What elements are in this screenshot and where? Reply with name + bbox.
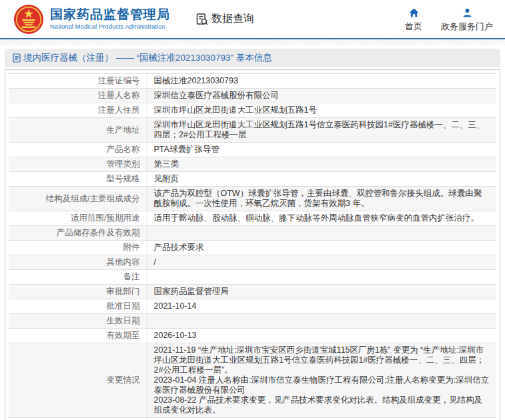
org-name-zh: 国家药品监督管理局 xyxy=(50,7,170,22)
nav-label-home: 首页 xyxy=(405,21,422,33)
field-value: 2026-10-13 xyxy=(147,329,496,343)
field-value: 见附页 xyxy=(147,172,496,187)
data-query-tab[interactable]: 数据查询 xyxy=(195,12,254,26)
field-label: 产品储存条件及有效期 xyxy=(9,226,147,241)
breadcrumb-text[interactable]: 境内医疗器械（注册） —— “国械注准20213030793” 基本信息 xyxy=(23,52,272,64)
table-row: 备注 xyxy=(9,270,496,285)
table-row: 审批部门 国家药品监督管理局 xyxy=(9,285,496,299)
field-label: 结构及组成/主要组成成分 xyxy=(9,187,147,211)
document-icon xyxy=(13,53,21,63)
table-row: 附件 产品技术要求 xyxy=(9,241,496,255)
data-query-label: 数据查询 xyxy=(211,12,254,26)
field-label: 生产地址 xyxy=(9,118,147,143)
field-value: / xyxy=(147,255,496,270)
field-value xyxy=(147,314,496,329)
data-query-icon xyxy=(195,13,209,26)
table-row: 有效期至 2026-10-13 xyxy=(9,329,496,343)
field-label: 产品名称 xyxy=(9,143,147,157)
table-row: 型号规格 见附页 xyxy=(9,172,496,187)
field-value xyxy=(147,226,496,241)
table-row: 管理类别 第三类 xyxy=(9,157,496,172)
table-row-change-history: 变更情况 2021-11-19 “生产地址:深圳市宝安区西乡街道宝城115区厂房… xyxy=(9,343,496,418)
field-label: 生效日期 xyxy=(9,314,147,329)
field-label: 适用范围/预期用途 xyxy=(9,211,147,226)
field-value: PTA球囊扩张导管 xyxy=(147,143,496,157)
field-label: 批准日期 xyxy=(9,299,147,314)
table-row: 适用范围/预期用途 适用于髂动脉、股动脉、腘动脉、膝下动脉等外周动脉血管狭窄病变… xyxy=(9,211,496,226)
site-logo[interactable]: 国家药品监督管理局 National Medical Products Admi… xyxy=(13,4,170,35)
field-label: 其他内容 xyxy=(9,255,147,270)
user-icon xyxy=(462,7,473,19)
nav-item-home[interactable]: 首页 xyxy=(405,7,422,33)
header-nav: 首页 政务服务门户 xyxy=(405,6,493,33)
field-value xyxy=(147,270,496,285)
field-label: 审批部门 xyxy=(9,285,147,299)
field-value: 产品技术要求 xyxy=(147,241,496,255)
table-row: 结构及组成/主要组成成分 该产品为双腔型（OTW）球囊扩张导管，主要由球囊、双腔… xyxy=(9,187,496,211)
table-row: 其他内容 / xyxy=(9,255,496,270)
table-row: 产品储存条件及有效期 xyxy=(9,226,496,241)
table-row: 批准日期 2021-10-14 xyxy=(9,299,496,314)
page-header: 国家药品监督管理局 National Medical Products Admi… xyxy=(0,0,505,38)
field-value: 2021-10-14 xyxy=(147,299,496,314)
field-value: 第三类 xyxy=(147,157,496,172)
field-value: 国家药品监督管理局 xyxy=(147,285,496,299)
table-row: 生效日期 xyxy=(9,314,496,329)
field-value: 深圳信立泰医疗器械股份有限公司 xyxy=(147,89,496,103)
breadcrumb: 境内医疗器械（注册） —— “国械注准20213030793” 基本信息 xyxy=(5,49,500,67)
table-row: 生产地址 深圳市坪山区龙田街道大工业区规划五路1号信立泰医药科技园1#医疗器械楼… xyxy=(9,118,496,143)
hatched-band xyxy=(0,39,505,45)
field-label: 注册证编号 xyxy=(9,74,147,89)
field-label: 有效期至 xyxy=(9,329,147,343)
registration-info-table: 注册证编号 国械注准20213030793 注册人名称 深圳信立泰医疗器械股份有… xyxy=(9,73,496,420)
table-row: 注册人住所 深圳市坪山区龙田街道大工业区规划五路1号 xyxy=(9,103,496,118)
field-value: 该产品为双腔型（OTW）球囊扩张导管，主要由球囊、双腔管和鲁尔接头组成。球囊由聚… xyxy=(147,187,496,211)
home-icon xyxy=(408,7,420,19)
field-value: 深圳市坪山区龙田街道大工业区规划五路1号 xyxy=(147,103,496,118)
field-label: 注册人住所 xyxy=(9,103,147,118)
org-name-en: National Medical Products Administration xyxy=(50,23,170,31)
registration-info-panel: 注册证编号 国械注准20213030793 注册人名称 深圳信立泰医疗器械股份有… xyxy=(5,69,500,420)
field-label: 管理类别 xyxy=(9,157,147,172)
table-row: 注册人名称 深圳信立泰医疗器械股份有限公司 xyxy=(9,89,496,103)
field-label: 变更情况 xyxy=(9,343,147,418)
field-label: 备注 xyxy=(9,270,147,285)
table-row-note: 注 详情 xyxy=(9,418,496,420)
field-label: 附件 xyxy=(9,241,147,255)
nav-label-portal: 政务服务门户 xyxy=(441,21,493,33)
org-names: 国家药品监督管理局 National Medical Products Admi… xyxy=(50,7,170,31)
nav-item-portal[interactable]: 政务服务门户 xyxy=(441,7,493,33)
field-value: 国械注准20213030793 xyxy=(147,74,496,89)
field-value: 深圳市坪山区龙田街道大工业区规划五路1号信立泰医药科技园1#医疗器械楼一、二、三… xyxy=(147,118,496,143)
national-emblem-icon xyxy=(13,4,44,35)
field-value: 2021-11-19 “生产地址:深圳市宝安区西乡街道宝城115区厂房1栋” 变… xyxy=(147,343,496,418)
table-row: 产品名称 PTA球囊扩张导管 xyxy=(9,143,496,157)
field-value: 适用于髂动脉、股动脉、腘动脉、膝下动脉等外周动脉血管狭窄病变的血管内扩张治疗。 xyxy=(147,211,496,226)
field-label: 注册人名称 xyxy=(9,89,147,103)
table-row: 注册证编号 国械注准20213030793 xyxy=(9,74,496,89)
field-label: 型号规格 xyxy=(9,172,147,187)
